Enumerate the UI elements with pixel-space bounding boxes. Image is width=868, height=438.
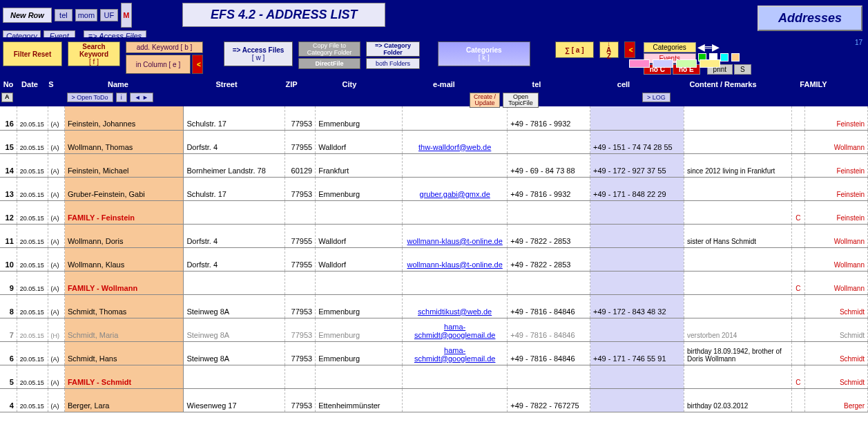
cell-zip: 60129 xyxy=(284,153,316,177)
cell-name: FAMILY - Schmidt xyxy=(64,365,184,388)
categories-link[interactable]: Categories xyxy=(644,42,696,53)
email-link[interactable]: hama-schmidt@googlemail.de xyxy=(414,323,496,339)
cell-cellphone xyxy=(590,365,684,388)
cell-no: 9 xyxy=(0,271,17,294)
row-count: 17 xyxy=(855,39,862,46)
cell-date: 20.05.15 xyxy=(17,271,48,294)
cell-no: 11 xyxy=(0,224,17,247)
table-row[interactable]: 820.05.15(A)Schmidt, ThomasSteinweg 8A77… xyxy=(0,294,868,318)
log-button[interactable]: > LOG xyxy=(642,93,671,102)
cell-name: Schmidt, Thomas xyxy=(64,294,184,318)
cell-tel: +49 - 7822 - 767275 xyxy=(508,388,590,412)
addresses-button[interactable]: Addresses xyxy=(758,6,862,31)
pink-swatch[interactable] xyxy=(629,59,650,68)
sigma-button[interactable]: ∑ [ a ] xyxy=(555,41,594,58)
cell-remarks xyxy=(684,294,792,318)
table-row[interactable]: 1320.05.15(A)Gruber-Feinstein, GabiSchul… xyxy=(0,177,868,200)
cell-no: 14 xyxy=(0,153,17,177)
table-row[interactable]: 1520.05.15(A)Wollmann, ThomasDorfstr. 47… xyxy=(0,130,868,153)
mom-button[interactable]: mom xyxy=(75,9,97,21)
new-row-button[interactable]: New Row xyxy=(3,8,52,23)
email-link[interactable]: wollmann-klaus@t-online.de xyxy=(407,260,502,269)
table-row[interactable]: 920.05.15(A)FAMILY - WollmannCWollmann xyxy=(0,271,868,294)
in-column-button[interactable]: in Column [ e ] xyxy=(126,55,191,74)
app-title: EFS 4.2 - ADDRESS LIST xyxy=(182,3,385,27)
cell-cellphone xyxy=(590,224,684,247)
cell-zip xyxy=(284,365,316,388)
copy-file-button[interactable]: Copy File to Category Folder xyxy=(298,41,360,57)
yel-swatch[interactable] xyxy=(700,59,720,68)
cell-remarks xyxy=(684,130,792,153)
cell-remarks: birthday 02.03.2012 xyxy=(684,388,792,412)
table-row[interactable]: 1120.05.15(A)Wollmann, DorisDorfstr. 477… xyxy=(0,224,868,247)
email-link[interactable]: gruber.gabi@gmx.de xyxy=(420,190,490,198)
cell-s: (A) xyxy=(48,341,64,365)
table-row[interactable]: 1020.05.15(A)Wollmann, KlausDorfstr. 477… xyxy=(0,247,868,271)
cell-cellphone xyxy=(590,106,684,130)
filter-reset-button[interactable]: Filter Reset xyxy=(3,41,62,66)
table-row[interactable]: 620.05.15(A)Schmidt, HansSteinweg 8A7795… xyxy=(0,341,868,365)
cell-remarks: sister of Hans Schmidt xyxy=(684,224,792,247)
cell-email: thw-walldorf@web.de xyxy=(403,130,508,153)
cell-name: FAMILY - Feinstein xyxy=(64,200,184,224)
both-folders-button[interactable]: both Folders xyxy=(366,58,420,69)
cell-tel: +49 - 7816 - 84846 xyxy=(508,294,590,318)
cell-family: Schmidt xyxy=(804,318,867,341)
open-todo-button[interactable]: > Open ToDo xyxy=(67,93,113,102)
table-row[interactable]: 720.05.15(H)Schmidt, MariaSteinweg 8A779… xyxy=(0,318,868,341)
arrows-button[interactable]: ◄ ► xyxy=(130,93,153,102)
category-folder-button[interactable]: => Category Folder xyxy=(366,41,420,57)
email-link[interactable]: wollmann-klaus@t-online.de xyxy=(407,237,502,245)
nav-arrows-icon[interactable]: ◀═▶ xyxy=(697,41,720,53)
uf-button[interactable]: UF xyxy=(100,9,118,21)
table-row[interactable]: 420.05.15(A)Berger, LaraWiesenweg 177795… xyxy=(0,388,868,412)
email-link[interactable]: schmidtikust@web.de xyxy=(418,307,492,316)
table-row[interactable]: 1420.05.15(A)Feinstein, MichaelBornheime… xyxy=(0,153,868,177)
table-row[interactable]: 520.05.15(A)FAMILY - SchmidtCSchmidt xyxy=(0,365,868,388)
table-row[interactable]: 1620.05.15(A)Feinstein, JohannesSchulstr… xyxy=(0,106,868,130)
cell-no: 16 xyxy=(0,106,17,130)
email-link[interactable]: thw-walldorf@web.de xyxy=(418,143,491,151)
table-row[interactable]: 1220.05.15(A)FAMILY - FeinsteinCFeinstei… xyxy=(0,200,868,224)
tel-button[interactable]: tel xyxy=(55,9,73,21)
hdr-zip: ZIP xyxy=(276,80,307,88)
cell-street: Schulstr. 17 xyxy=(184,177,284,200)
categories-button[interactable]: Categories[ k ] xyxy=(438,41,530,66)
i-button[interactable]: i xyxy=(116,93,127,102)
cell-tel: +49 - 7816 - 84846 xyxy=(508,341,590,365)
cell-tel xyxy=(508,200,590,224)
orange-square[interactable] xyxy=(731,53,740,61)
cell-no: 7 xyxy=(0,318,17,341)
cyan-square[interactable] xyxy=(720,53,729,61)
open-topicfile-button[interactable]: Open TopicFile xyxy=(503,93,539,108)
access-files-button[interactable]: => Access Files[ w ] xyxy=(224,41,293,66)
cell-s: (A) xyxy=(48,365,64,388)
cell-zip: 77953 xyxy=(284,106,316,130)
s-button[interactable]: S xyxy=(734,64,751,75)
email-link[interactable]: hama-schmidt@googlemail.de xyxy=(414,346,496,363)
lt-red-button[interactable]: < xyxy=(192,55,203,74)
cell-email xyxy=(403,106,508,130)
cell-cflag xyxy=(792,153,804,177)
lt-red2-button[interactable]: < xyxy=(624,41,635,58)
create-update-button[interactable]: Create / Update xyxy=(470,93,500,108)
a-filter-button[interactable]: A xyxy=(1,93,13,102)
lav-swatch[interactable] xyxy=(653,59,673,68)
sub-header: A > Open ToDo i ◄ ► Create / Update Open… xyxy=(0,91,868,106)
m-button[interactable]: M xyxy=(121,3,132,28)
cell-s: (A) xyxy=(48,200,64,224)
cell-cflag: C xyxy=(792,200,804,224)
cell-city: Emmenburg xyxy=(316,177,403,200)
cell-no: 5 xyxy=(0,365,17,388)
green-swatch[interactable] xyxy=(676,59,697,68)
add-keyword-button[interactable]: add. Keyword [ b ] xyxy=(126,41,203,53)
cell-tel: +49 - 7822 - 2853 xyxy=(508,247,590,271)
direct-file-button[interactable]: DirectFile xyxy=(298,58,360,69)
cell-no: 12 xyxy=(0,200,17,224)
search-keyword-button[interactable]: Search Keyword[ f ] xyxy=(68,41,120,66)
cell-street: Wiesenweg 17 xyxy=(184,388,284,412)
cell-cflag xyxy=(792,224,804,247)
cell-email xyxy=(403,153,508,177)
sort-az-button[interactable]: ↓ AZ xyxy=(599,41,619,58)
hdr-date: Date xyxy=(17,80,43,88)
